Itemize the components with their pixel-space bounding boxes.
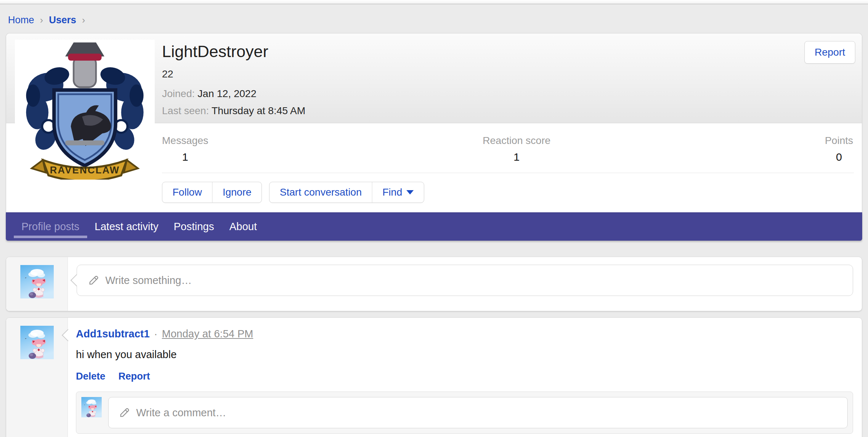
identity-block: LightDestroyer 22 Joined: Jan 12, 2022 L… bbox=[162, 42, 305, 122]
pencil-icon bbox=[119, 407, 130, 418]
tab-postings[interactable]: Postings bbox=[166, 212, 222, 241]
composer-main: Write something… bbox=[68, 257, 862, 311]
report-post-link[interactable]: Report bbox=[118, 371, 150, 382]
post-timestamp-link[interactable]: Monday at 6:54 PM bbox=[162, 328, 253, 340]
tab-label: Profile posts bbox=[21, 221, 80, 233]
profile-post: Add1subtract1 · Monday at 6:54 PM hi whe… bbox=[6, 317, 862, 437]
post-author-link[interactable]: Add1subtract1 bbox=[76, 328, 150, 340]
ignore-button[interactable]: Ignore bbox=[212, 182, 261, 203]
poster-avatar[interactable] bbox=[20, 326, 54, 359]
write-something-placeholder: Write something… bbox=[105, 274, 192, 286]
write-something-input[interactable]: Write something… bbox=[77, 265, 853, 296]
write-comment-placeholder: Write a comment… bbox=[136, 407, 226, 419]
tab-latest-activity[interactable]: Latest activity bbox=[87, 212, 166, 241]
tab-label: Postings bbox=[174, 221, 214, 233]
post-header: Add1subtract1 · Monday at 6:54 PM bbox=[76, 328, 853, 340]
post-main: Add1subtract1 · Monday at 6:54 PM hi whe… bbox=[68, 318, 862, 437]
joined-row: Joined: Jan 12, 2022 bbox=[162, 88, 305, 100]
stat-reaction-value: 1 bbox=[483, 151, 551, 163]
stat-reaction-label: Reaction score bbox=[483, 135, 551, 147]
post-actions: Delete Report bbox=[76, 371, 853, 382]
profile-post-composer-card: Write something… bbox=[6, 257, 862, 311]
find-menu-button[interactable]: Find bbox=[372, 182, 424, 203]
breadcrumb-users-link[interactable]: Users bbox=[49, 15, 76, 26]
caret-down-icon bbox=[406, 190, 414, 195]
start-conversation-button[interactable]: Start conversation bbox=[269, 182, 372, 203]
profile-age: 22 bbox=[162, 68, 305, 80]
tab-about[interactable]: About bbox=[222, 212, 265, 241]
tab-label: About bbox=[230, 221, 257, 233]
post-avatar-column bbox=[6, 318, 68, 437]
composer-avatar-column bbox=[6, 257, 68, 311]
profile-card: LightDestroyer 22 Joined: Jan 12, 2022 L… bbox=[6, 33, 862, 212]
breadcrumb-home-link[interactable]: Home bbox=[8, 15, 34, 26]
bubble-arrow bbox=[70, 274, 83, 286]
comment-area: Write a comment… bbox=[76, 392, 853, 434]
top-strip bbox=[0, 0, 868, 4]
tab-label: Latest activity bbox=[95, 221, 159, 233]
last-seen-row: Last seen: Thursday at 8:45 AM bbox=[162, 105, 305, 117]
tab-profile-posts[interactable]: Profile posts bbox=[14, 212, 87, 241]
post-body-text: hi when you available bbox=[76, 349, 853, 361]
last-seen-value: Thursday at 8:45 AM bbox=[211, 105, 305, 116]
stat-messages-value[interactable]: 1 bbox=[162, 151, 208, 163]
profile-banner: LightDestroyer 22 Joined: Jan 12, 2022 L… bbox=[6, 33, 862, 123]
follow-button[interactable]: Follow bbox=[162, 182, 212, 203]
chevron-right-icon: › bbox=[82, 15, 85, 26]
current-user-avatar[interactable] bbox=[20, 265, 54, 298]
delete-post-link[interactable]: Delete bbox=[76, 371, 105, 382]
joined-label: Joined: bbox=[162, 88, 195, 99]
profile-avatar[interactable] bbox=[15, 40, 155, 180]
follow-ignore-group: Follow Ignore bbox=[162, 182, 262, 203]
breadcrumb: Home › Users › bbox=[0, 4, 868, 33]
report-user-button[interactable]: Report bbox=[804, 41, 855, 64]
write-comment-input[interactable]: Write a comment… bbox=[108, 397, 848, 428]
stat-points: Points 0 bbox=[825, 135, 853, 163]
post-separator: · bbox=[154, 328, 158, 340]
pencil-icon bbox=[88, 274, 100, 286]
last-seen-label: Last seen: bbox=[162, 105, 209, 116]
profile-username: LightDestroyer bbox=[162, 42, 305, 61]
find-label: Find bbox=[382, 182, 402, 203]
stat-reaction-score: Reaction score 1 bbox=[483, 135, 551, 163]
stat-points-value: 0 bbox=[825, 151, 853, 163]
stat-points-label: Points bbox=[825, 135, 853, 147]
conversation-find-group: Start conversation Find bbox=[269, 182, 424, 203]
stat-messages-label: Messages bbox=[162, 135, 208, 147]
comment-user-avatar[interactable] bbox=[81, 397, 102, 417]
profile-tabbar: Profile posts Latest activity Postings A… bbox=[6, 212, 862, 241]
chevron-right-icon: › bbox=[40, 15, 43, 26]
joined-value: Jan 12, 2022 bbox=[198, 88, 256, 99]
stat-messages: Messages 1 bbox=[162, 135, 208, 163]
